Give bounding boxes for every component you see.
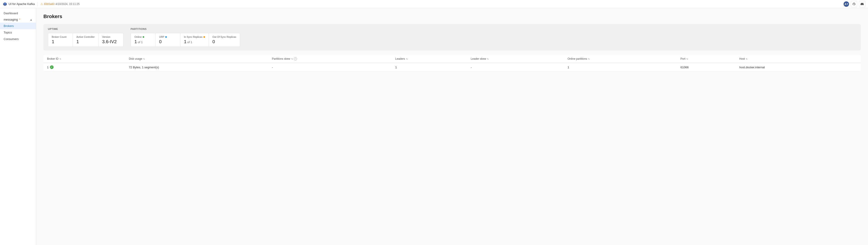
stat-label-out-of-sync: Out Of Sync Replicas xyxy=(213,35,236,38)
cell-broker-id: 1 xyxy=(43,63,125,71)
in-sync-dot xyxy=(204,36,205,38)
stat-card-out-of-sync: Out Of Sync Replicas 0 xyxy=(209,33,240,47)
table-row[interactable]: 1 72 Bytes, 1 segment(s) - 1 - 1 61066 h… xyxy=(43,63,861,71)
layout: Dashboard messaging * ▲ Brokers Topics C… xyxy=(0,8,868,245)
stats-panel: Uptime Broker Count 1 Active Controller … xyxy=(43,24,861,51)
stats-separator xyxy=(123,28,131,47)
stat-value-in-sync: 1 of 1 xyxy=(184,39,205,44)
topbar-right: A ▾ xyxy=(844,1,865,7)
stat-label-urp: URP xyxy=(159,35,177,38)
stat-card-active-controller: Active Controller 1 xyxy=(73,33,98,47)
stat-card-version: Version 3.6-IV2 xyxy=(98,33,123,47)
sort-icon-leader-skew: ⇅ xyxy=(487,58,489,60)
timestamp: 4/10/2024, 15:11:25 xyxy=(55,2,80,6)
cell-port: 61066 xyxy=(677,63,736,71)
cell-online-partitions: 1 xyxy=(564,63,677,71)
sort-icon-port: ⇅ xyxy=(686,58,688,60)
stat-card-online: Online 1 of 1 xyxy=(131,33,156,47)
commit-hash[interactable]: 83b5a60 xyxy=(44,2,55,6)
col-disk-usage[interactable]: Disk usage ⇅ xyxy=(125,55,268,63)
stat-label-in-sync: In Sync Replicas xyxy=(184,35,205,38)
partitions-cards: Online 1 of 1 URP 0 xyxy=(131,33,240,47)
github-icon-btn[interactable] xyxy=(851,1,857,7)
stat-value-broker-count: 1 xyxy=(52,39,69,44)
sort-icon-leaders: ⇅ xyxy=(406,58,408,60)
stat-value-urp: 0 xyxy=(159,39,177,44)
stat-label-online: Online xyxy=(134,35,152,38)
page-title: Brokers xyxy=(43,13,861,20)
sort-icon-online-partitions: ⇅ xyxy=(588,58,590,60)
broker-status-dot xyxy=(50,65,54,69)
stats-sections: Uptime Broker Count 1 Active Controller … xyxy=(48,28,856,47)
uptime-group: Uptime Broker Count 1 Active Controller … xyxy=(48,28,123,47)
avatar[interactable]: A ▾ xyxy=(844,1,849,7)
sidebar-item-brokers[interactable]: Brokers xyxy=(0,23,36,29)
stat-value-online: 1 of 1 xyxy=(134,39,152,44)
col-leaders[interactable]: Leaders ⇅ xyxy=(392,55,467,63)
uptime-group-title: Uptime xyxy=(48,28,123,30)
col-host[interactable]: Host ⇅ xyxy=(736,55,861,63)
cell-disk-usage: 72 Bytes, 1 segment(s) xyxy=(125,63,268,71)
sort-icon-disk-usage: ⇅ xyxy=(143,58,145,60)
sidebar-item-dashboard[interactable]: Dashboard xyxy=(0,10,36,17)
cell-host: host.docker.internal xyxy=(736,63,861,71)
urp-dot xyxy=(165,36,167,38)
cell-partitions-skew: - xyxy=(268,63,392,71)
uptime-cards: Broker Count 1 Active Controller 1 Versi… xyxy=(48,33,123,47)
stat-label-version: Version xyxy=(102,35,120,38)
discord-icon-btn[interactable] xyxy=(859,1,865,7)
stat-value-version: 3.6-IV2 xyxy=(102,39,120,44)
sort-icon-broker-id: ⇅ xyxy=(59,58,61,60)
col-online-partitions[interactable]: Online partitions ⇅ xyxy=(564,55,677,63)
sort-icon-partitions-skew: ⇅ xyxy=(291,58,293,60)
col-partitions-skew[interactable]: Partitions skew ⇅ ? xyxy=(268,55,392,63)
sidebar: Dashboard messaging * ▲ Brokers Topics C… xyxy=(0,8,36,245)
chevron-up-icon: ▲ xyxy=(30,18,32,21)
stat-card-in-sync: In Sync Replicas 1 of 1 xyxy=(180,33,209,47)
stat-value-active-controller: 1 xyxy=(76,39,95,44)
alert-icon: ⚠ xyxy=(40,2,43,6)
help-icon-partitions-skew: ? xyxy=(294,57,297,60)
table-header-row: Broker ID ⇅ Disk usage ⇅ xyxy=(43,55,861,63)
topbar: UI for Apache Kafka ⚠ 83b5a60 4/10/2024,… xyxy=(0,0,868,8)
table-body: 1 72 Bytes, 1 segment(s) - 1 - 1 61066 h… xyxy=(43,63,861,71)
main-content: Brokers Uptime Broker Count 1 Active Con… xyxy=(36,8,868,245)
app-name: UI for Apache Kafka xyxy=(8,2,35,6)
partitions-group: Partitions Online 1 of 1 xyxy=(131,28,240,47)
cell-leaders: 1 xyxy=(392,63,467,71)
sidebar-item-topics[interactable]: Topics xyxy=(0,29,36,36)
sidebar-item-consumers[interactable]: Consumers xyxy=(0,36,36,42)
col-broker-id[interactable]: Broker ID ⇅ xyxy=(43,55,125,63)
topbar-alert: ⚠ 83b5a60 4/10/2024, 15:11:25 xyxy=(40,2,80,6)
brokers-table-container: Broker ID ⇅ Disk usage ⇅ xyxy=(43,55,861,71)
cell-leader-skew: - xyxy=(467,63,564,71)
stat-card-urp: URP 0 xyxy=(156,33,180,47)
col-leader-skew[interactable]: Leader skew ⇅ xyxy=(467,55,564,63)
brokers-table: Broker ID ⇅ Disk usage ⇅ xyxy=(43,55,861,71)
app-logo: UI for Apache Kafka xyxy=(3,2,35,6)
partitions-group-title: Partitions xyxy=(131,28,240,30)
sidebar-section-label: messaging * xyxy=(4,18,20,21)
topbar-divider xyxy=(37,2,38,6)
table-header: Broker ID ⇅ Disk usage ⇅ xyxy=(43,55,861,63)
stat-card-broker-count: Broker Count 1 xyxy=(48,33,73,47)
stat-label-active-controller: Active Controller xyxy=(76,35,95,38)
stat-value-out-of-sync: 0 xyxy=(213,39,236,44)
sort-icon-host: ⇅ xyxy=(746,58,747,60)
stat-label-broker-count: Broker Count xyxy=(52,35,69,38)
online-dot xyxy=(143,36,144,38)
col-port[interactable]: Port ⇅ xyxy=(677,55,736,63)
sidebar-section-messaging[interactable]: messaging * ▲ xyxy=(0,17,36,23)
